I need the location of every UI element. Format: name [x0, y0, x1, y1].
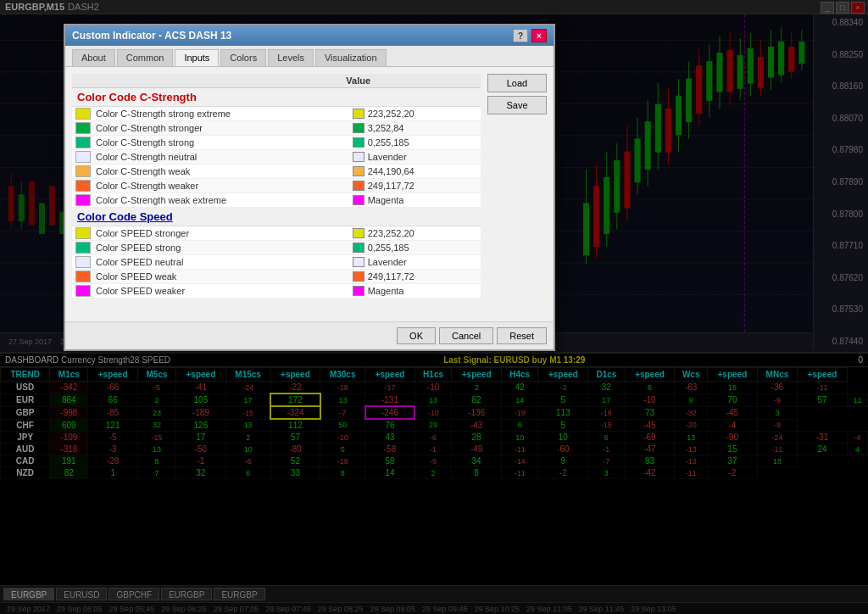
- params-panel: Value Color Code C-Strength Color C-Stre…: [72, 74, 481, 299]
- tab-visualization[interactable]: Visualization: [315, 49, 387, 66]
- param-value-text: 223,252,20: [368, 228, 415, 238]
- param-icon: [75, 256, 91, 268]
- param-row[interactable]: Color SPEED strong 0,255,185: [72, 241, 481, 255]
- param-value-cell: 0,255,185: [353, 137, 481, 148]
- section2-header[interactable]: Color Code Speed: [72, 208, 481, 226]
- param-color-box: [353, 123, 364, 133]
- param-color-box: [353, 243, 364, 253]
- tab-about[interactable]: About: [72, 49, 115, 66]
- tab-colors[interactable]: Colors: [220, 49, 266, 66]
- param-value-text: Lavender: [368, 152, 407, 162]
- param-value-cell: 0,255,185: [353, 243, 481, 253]
- param-icon: [75, 194, 91, 206]
- param-row[interactable]: Color C-Strength weak extreme Magenta: [72, 193, 481, 208]
- tab-levels[interactable]: Levels: [268, 49, 314, 66]
- modal-close-btn[interactable]: ×: [531, 29, 547, 42]
- cancel-button[interactable]: Cancel: [439, 327, 493, 344]
- col-name-header: [72, 74, 341, 87]
- load-button[interactable]: Load: [487, 74, 547, 92]
- param-value-cell: 223,252,20: [353, 228, 481, 238]
- param-value-text: 0,255,185: [368, 243, 409, 253]
- param-value-text: 223,252,20: [368, 109, 415, 119]
- param-value-text: Magenta: [368, 195, 404, 205]
- param-row[interactable]: Color SPEED weak 249,117,72: [72, 270, 481, 284]
- param-color-box: [353, 181, 364, 191]
- param-name: Color SPEED weak: [94, 271, 353, 282]
- param-row[interactable]: Color SPEED stronger 223,252,20: [72, 226, 481, 241]
- save-button[interactable]: Save: [487, 96, 547, 114]
- modal-titlebar-btns: ? ×: [513, 29, 547, 42]
- param-icon: [75, 108, 91, 120]
- tab-inputs[interactable]: Inputs: [175, 49, 219, 66]
- param-name: Color C-Strength neutral: [94, 152, 353, 162]
- param-row[interactable]: Color C-Strength strong extreme 223,252,…: [72, 107, 481, 121]
- param-icon: [75, 151, 91, 163]
- modal-tabs: About Common Inputs Colors Levels Visual…: [65, 46, 554, 67]
- param-row[interactable]: Color C-Strength stronger 3,252,84: [72, 121, 481, 136]
- param-icon: [75, 137, 91, 148]
- param-value-cell: Magenta: [353, 195, 481, 205]
- param-value-cell: Lavender: [353, 152, 481, 162]
- param-name: Color SPEED weaker: [94, 286, 353, 296]
- modal-dialog: Custom Indicator - ACS DASH 13 ? × About…: [64, 24, 555, 351]
- modal-footer: OK Cancel Reset: [65, 321, 554, 349]
- modal-overlay: Custom Indicator - ACS DASH 13 ? × About…: [0, 0, 868, 614]
- param-name: Color C-Strength strong: [94, 137, 353, 148]
- param-color-box: [353, 166, 364, 176]
- param-name: Color C-Strength weak extreme: [94, 195, 353, 205]
- side-buttons: Load Save: [487, 74, 547, 299]
- speed-rows: Color SPEED stronger 223,252,20 Color SP…: [72, 226, 481, 299]
- param-color-box: [353, 152, 364, 162]
- param-value-text: 244,190,64: [368, 166, 415, 176]
- param-color-box: [353, 228, 364, 238]
- param-value-cell: 3,252,84: [353, 123, 481, 133]
- param-row[interactable]: Color SPEED neutral Lavender: [72, 255, 481, 270]
- param-icon: [75, 242, 91, 254]
- param-row[interactable]: Color SPEED weaker Magenta: [72, 284, 481, 299]
- param-name: Color C-Strength stronger: [94, 123, 353, 133]
- cs-rows: Color C-Strength strong extreme 223,252,…: [72, 107, 481, 208]
- param-color-box: [353, 195, 364, 205]
- col-headers: Value: [72, 74, 481, 88]
- param-name: Color SPEED stronger: [94, 228, 353, 238]
- param-value-cell: 223,252,20: [353, 109, 481, 119]
- ok-button[interactable]: OK: [397, 327, 436, 344]
- param-value-cell: 249,117,72: [353, 271, 481, 282]
- reset-button[interactable]: Reset: [497, 327, 547, 344]
- param-value-cell: Lavender: [353, 257, 481, 267]
- param-color-box: [353, 286, 364, 296]
- param-value-text: 249,117,72: [368, 181, 415, 191]
- param-icon: [75, 227, 91, 239]
- param-value-cell: 249,117,72: [353, 181, 481, 191]
- modal-footer-right: OK Cancel Reset: [397, 327, 547, 344]
- param-row[interactable]: Color C-Strength strong 0,255,185: [72, 136, 481, 150]
- tab-common[interactable]: Common: [117, 49, 174, 66]
- modal-title: Custom Indicator - ACS DASH 13: [72, 30, 231, 42]
- col-value-header: Value: [341, 74, 481, 87]
- param-value-cell: 244,190,64: [353, 166, 481, 176]
- param-name: Color SPEED strong: [94, 243, 353, 253]
- param-value-text: 249,117,72: [368, 271, 415, 282]
- param-name: Color C-Strength weaker: [94, 181, 353, 191]
- param-value-text: Lavender: [368, 257, 407, 267]
- param-name: Color C-Strength strong extreme: [94, 109, 353, 119]
- section1-header: Color Code C-Strength: [72, 88, 481, 107]
- modal-help-btn[interactable]: ?: [513, 29, 528, 42]
- param-color-box: [353, 137, 364, 148]
- param-icon: [75, 122, 91, 134]
- param-color-box: [353, 109, 364, 119]
- param-value-text: 3,252,84: [368, 123, 404, 133]
- param-row[interactable]: Color C-Strength neutral Lavender: [72, 150, 481, 165]
- param-name: Color C-Strength weak: [94, 166, 353, 176]
- param-row[interactable]: Color C-Strength weak 244,190,64: [72, 165, 481, 179]
- modal-body: Value Color Code C-Strength Color C-Stre…: [65, 67, 554, 321]
- param-icon: [75, 165, 91, 177]
- param-color-box: [353, 257, 364, 267]
- param-value-text: Magenta: [368, 286, 404, 296]
- modal-titlebar: Custom Indicator - ACS DASH 13 ? ×: [65, 25, 554, 46]
- param-row[interactable]: Color C-Strength weaker 249,117,72: [72, 179, 481, 193]
- param-color-box: [353, 271, 364, 282]
- param-scroll-area[interactable]: Color Code C-Strength Color C-Strength s…: [72, 88, 481, 299]
- modal-content-area: Value Color Code C-Strength Color C-Stre…: [72, 74, 547, 299]
- param-value-cell: Magenta: [353, 286, 481, 296]
